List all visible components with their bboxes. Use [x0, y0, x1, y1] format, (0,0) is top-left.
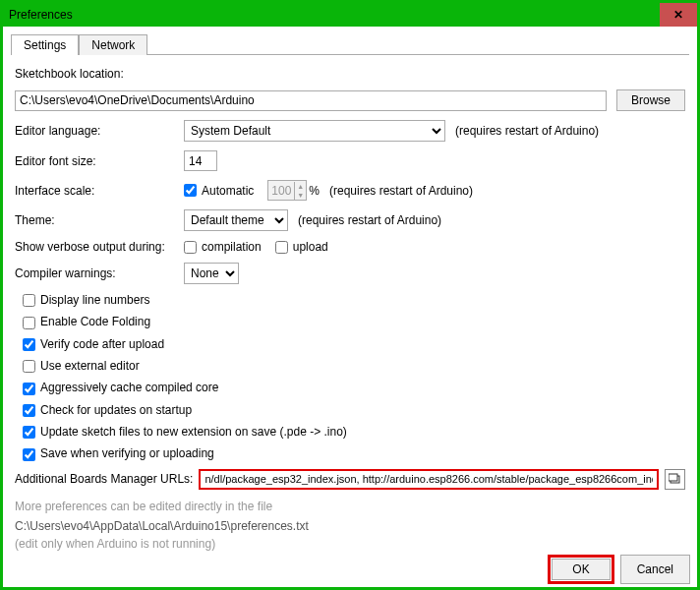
sketchbook-location-input[interactable]	[15, 90, 607, 111]
ok-button[interactable]: OK	[552, 559, 610, 580]
theme-note: (requires restart of Arduino)	[298, 213, 441, 227]
update-sketch-extension-text: Update sketch files to new extension on …	[40, 425, 347, 439]
cancel-button[interactable]: Cancel	[620, 555, 690, 584]
edit-only-hint: (edit only when Arduino is not running)	[15, 537, 685, 551]
save-when-verifying-checkbox[interactable]: Save when verifying or uploading	[23, 446, 214, 460]
additional-boards-label: Additional Boards Manager URLs:	[15, 472, 193, 486]
editor-font-size-label: Editor font size:	[15, 154, 184, 168]
check-updates-text: Check for updates on startup	[40, 403, 192, 417]
use-external-editor-checkbox[interactable]: Use external editor	[23, 359, 140, 373]
check-updates-checkbox[interactable]: Check for updates on startup	[23, 403, 192, 417]
verbose-label: Show verbose output during:	[15, 240, 184, 254]
window-title: Preferences	[9, 8, 73, 22]
display-line-numbers-text: Display line numbers	[40, 293, 149, 307]
interface-scale-note: (requires restart of Arduino)	[329, 184, 473, 198]
aggressively-cache-checkbox[interactable]: Aggressively cache compiled core	[23, 381, 218, 394]
settings-panel: Sketchbook location: Browse Editor langu…	[3, 55, 697, 559]
verbose-compilation-checkbox[interactable]: compilation	[184, 240, 262, 254]
open-urls-dialog-button[interactable]	[665, 469, 685, 490]
compiler-warnings-label: Compiler warnings:	[15, 266, 184, 280]
automatic-scale-checkbox[interactable]: Automatic	[184, 184, 254, 198]
theme-label: Theme:	[15, 213, 184, 227]
automatic-scale-text: Automatic	[202, 184, 254, 198]
editor-font-size-input[interactable]	[184, 150, 217, 171]
tab-settings[interactable]: Settings	[11, 34, 79, 55]
verify-code-after-upload-text: Verify code after upload	[40, 337, 164, 351]
tab-settings-label: Settings	[24, 38, 66, 52]
verbose-upload-checkbox[interactable]: upload	[275, 240, 328, 254]
update-sketch-extension-checkbox[interactable]: Update sketch files to new extension on …	[23, 425, 347, 439]
titlebar: Preferences ✕	[3, 3, 697, 27]
window-icon	[669, 473, 681, 485]
interface-scale-label: Interface scale:	[15, 184, 184, 198]
enable-code-folding-checkbox[interactable]: Enable Code Folding	[23, 315, 150, 328]
verbose-upload-text: upload	[293, 240, 328, 254]
scale-value-input[interactable]	[268, 181, 294, 200]
editor-language-select[interactable]: System Default	[184, 120, 445, 142]
scale-percent: %	[309, 184, 320, 198]
spin-up-icon[interactable]: ▲	[295, 182, 306, 191]
editor-language-note: (requires restart of Arduino)	[455, 124, 599, 138]
scale-spinner[interactable]: ▲▼	[267, 180, 307, 201]
theme-select[interactable]: Default theme	[184, 209, 288, 231]
compiler-warnings-select[interactable]: None	[184, 263, 239, 284]
browse-button[interactable]: Browse	[616, 89, 685, 111]
dialog-footer: OK Cancel	[548, 555, 690, 584]
preferences-file-path[interactable]: C:\Users\evo4\AppData\Local\Arduino15\pr…	[15, 519, 685, 533]
use-external-editor-text: Use external editor	[40, 359, 140, 373]
enable-code-folding-text: Enable Code Folding	[40, 315, 150, 328]
close-button[interactable]: ✕	[660, 3, 697, 27]
tab-network-label: Network	[91, 38, 135, 52]
svg-rect-1	[669, 474, 677, 481]
editor-language-label: Editor language:	[15, 124, 184, 138]
more-preferences-hint: More preferences can be edited directly …	[15, 500, 685, 513]
close-icon: ✕	[673, 8, 683, 22]
save-when-verifying-text: Save when verifying or uploading	[40, 446, 214, 460]
verify-code-after-upload-checkbox[interactable]: Verify code after upload	[23, 337, 164, 351]
additional-boards-urls-input[interactable]	[199, 469, 659, 490]
verbose-compilation-text: compilation	[202, 240, 262, 254]
tab-bar: Settings Network	[3, 27, 697, 54]
spin-down-icon[interactable]: ▼	[295, 191, 306, 200]
tab-network[interactable]: Network	[79, 34, 147, 55]
sketchbook-label: Sketchbook location:	[15, 67, 124, 81]
aggressively-cache-text: Aggressively cache compiled core	[40, 381, 218, 394]
display-line-numbers-checkbox[interactable]: Display line numbers	[23, 293, 149, 307]
